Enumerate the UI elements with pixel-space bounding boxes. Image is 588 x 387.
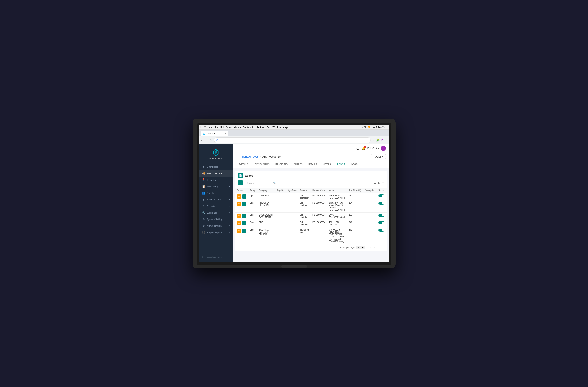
name-cell: OWC-FBIU5097904.pdf	[327, 213, 347, 220]
status-toggle-0[interactable]	[378, 194, 384, 197]
status-toggle-4[interactable]	[378, 229, 384, 232]
menu-file[interactable]: File	[214, 126, 218, 129]
sidebar-item-dashboard[interactable]: ⊞ Dashboard	[199, 163, 233, 170]
table-body: ✏ ⬇ Ops GATE PASS Job container FBIU5097…	[235, 193, 387, 244]
tab-containers[interactable]: CONTAINERS	[252, 161, 273, 168]
menu-history[interactable]: History	[234, 126, 241, 129]
edit-btn-4[interactable]: ✏	[237, 229, 241, 233]
menu-view[interactable]: View	[227, 126, 231, 129]
download-btn-2[interactable]: ⬇	[242, 214, 246, 218]
edit-btn-3[interactable]: ✏	[237, 221, 241, 225]
menu-btn[interactable]: ⋮	[385, 139, 388, 142]
tab-edocs[interactable]: EDOCS	[334, 161, 348, 168]
menu-bookmarks[interactable]: Bookmarks	[243, 126, 254, 129]
sidebar-label-help: Help & Support	[207, 231, 227, 234]
download-btn-3[interactable]: ⬇	[242, 221, 246, 225]
breadcrumb-parent[interactable]: Transport Jobs	[242, 155, 259, 158]
tools-btn[interactable]: TOOLS ▾	[371, 154, 386, 159]
menu-profiles[interactable]: Profiles	[257, 126, 265, 129]
sidebar-item-accounting[interactable]: 📋 Accounting ▾	[199, 183, 233, 190]
search-input[interactable]	[247, 182, 272, 184]
app-container: APOLLOGIX ⊞ Dashboard 🚚 Transport Jobs	[199, 144, 389, 262]
sidebar-item-tariffs[interactable]: $ Tariffs & Rates ▾	[199, 196, 233, 203]
status-cell	[377, 200, 386, 213]
breadcrumb: ← Transport Jobs > ARC-I00007725	[236, 155, 281, 158]
refresh-btn[interactable]: ↻	[209, 138, 213, 142]
profile-btn[interactable]: M	[381, 139, 383, 142]
section-icon: 📄	[238, 173, 243, 178]
main-content: ← Transport Jobs > ARC-I00007725 TOOLS ▾	[233, 152, 389, 262]
bookmark-btn[interactable]: ☆	[372, 139, 375, 142]
forward-btn[interactable]: ›	[205, 138, 207, 142]
tab-notes[interactable]: NOTES	[320, 161, 334, 168]
sidebar-label-clients: Clients	[207, 192, 230, 194]
refresh-table-btn[interactable]: ↻	[378, 181, 380, 185]
cloud-upload-btn[interactable]: ☁	[374, 181, 377, 185]
search-box: 🔍	[245, 181, 278, 185]
section-header: 📄 Edocs	[238, 173, 384, 178]
source-cell: Job container	[298, 220, 311, 227]
sidebar-item-transport-jobs[interactable]: 🚚 Transport Jobs	[199, 170, 233, 177]
tab-details[interactable]: DETAILS	[236, 161, 252, 168]
back-btn[interactable]: ‹	[201, 138, 203, 142]
category-cell: EDO	[257, 220, 275, 227]
sidebar-item-system-settings[interactable]: ⚙ System Settings	[199, 216, 233, 222]
sidebar-label-settings: System Settings	[207, 218, 230, 221]
download-btn-1[interactable]: ⬇	[242, 202, 246, 206]
content-area: 📄 Edocs +	[233, 168, 389, 254]
sidebar: APOLLOGIX ⊞ Dashboard 🚚 Transport Jobs	[199, 144, 233, 262]
edit-btn-2[interactable]: ✏	[237, 214, 241, 218]
hamburger-btn[interactable]: ☰	[236, 146, 239, 150]
edit-btn-0[interactable]: ✏	[237, 194, 241, 199]
sidebar-item-workshop[interactable]: 🔧 Workshop ▾	[199, 209, 233, 216]
topbar-right: 💬 🔔 1 PHUC LAM P	[357, 146, 386, 151]
status-cell	[377, 193, 386, 200]
new-tab-btn[interactable]: +	[229, 132, 233, 136]
menu-help[interactable]: Help	[283, 126, 288, 129]
download-btn-0[interactable]: ⬇	[242, 194, 246, 199]
tab-alerts[interactable]: ALERTS	[291, 161, 306, 168]
tab-emails[interactable]: EMAILS	[306, 161, 320, 168]
sign-by-cell	[275, 227, 285, 244]
chrome-tab-active[interactable]: 🌐 New Tab ✕	[201, 131, 228, 136]
tab-invoicing[interactable]: INVOICING	[273, 161, 291, 168]
tab-close-btn[interactable]: ✕	[224, 133, 226, 135]
edit-btn-1[interactable]: ✏	[237, 202, 241, 206]
rows-per-page-select[interactable]: 15 25 50	[356, 246, 365, 249]
clients-icon: 👥	[202, 191, 205, 194]
sidebar-item-clients[interactable]: 👥 Clients	[199, 190, 233, 196]
menu-chrome[interactable]: Chrome	[204, 126, 212, 129]
address-bar[interactable]: G |	[214, 137, 371, 143]
sign-date-cell	[286, 220, 298, 227]
back-btn[interactable]: ←	[236, 155, 239, 158]
table-row: ✏ ⬇ Ops OVERWEIGHT DOCUMENT Job containe…	[235, 213, 387, 220]
menu-edit[interactable]: Edit	[220, 126, 224, 129]
sidebar-item-operation[interactable]: 📍 Operation	[199, 177, 233, 183]
extensions-btn[interactable]: 🧩	[376, 139, 379, 142]
menu-window[interactable]: Window	[272, 126, 281, 129]
next-page-btn[interactable]: ›	[383, 246, 385, 249]
sidebar-item-administration[interactable]: ⚙ Administration ▾	[199, 222, 233, 229]
sidebar-label-operation: Operation	[207, 179, 230, 181]
chat-btn[interactable]: 💬	[357, 147, 360, 150]
sidebar-item-help[interactable]: 🎧 Help & Support ▾	[199, 229, 233, 236]
tariffs-arrow-icon: ▾	[229, 199, 230, 201]
menu-tab[interactable]: Tab	[267, 126, 271, 129]
breadcrumb-current: ARC-I00007725	[262, 155, 281, 158]
download-btn-4[interactable]: ⬇	[242, 229, 246, 233]
tab-logs[interactable]: LOGS	[348, 161, 360, 168]
sidebar-item-reports[interactable]: ↗ Reports ▾	[199, 203, 233, 209]
topbar-actions: 💬 🔔 1	[357, 147, 365, 150]
columns-btn[interactable]: ⊞	[382, 181, 384, 185]
prev-page-btn[interactable]: ‹	[379, 246, 381, 249]
status-toggle-3[interactable]	[378, 221, 384, 224]
table-row: ✏ ⬇ Ops GATE PASS Job container FBIU5097…	[235, 193, 387, 200]
status-toggle-1[interactable]	[378, 202, 384, 205]
sign-date-cell	[286, 193, 298, 200]
user-avatar[interactable]: P	[381, 146, 386, 151]
tools-label: TOOLS	[373, 155, 381, 158]
notification-btn[interactable]: 🔔 1	[362, 147, 365, 150]
add-edoc-btn[interactable]: +	[238, 180, 243, 185]
status-toggle-2[interactable]	[378, 214, 384, 217]
dashboard-icon: ⊞	[202, 165, 205, 168]
